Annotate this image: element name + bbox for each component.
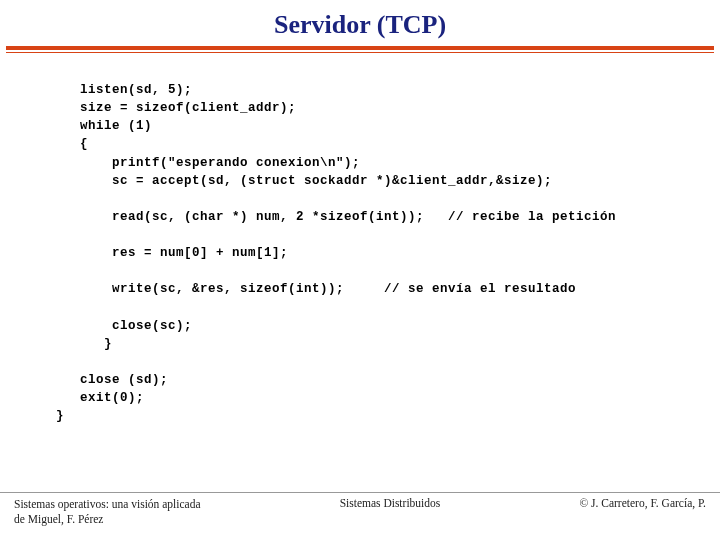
title-rule-thin — [6, 52, 714, 53]
footer: Sistemas operativos: una visión aplicada… — [0, 492, 720, 526]
footer-left-line2: de Miguel, F. Pérez — [14, 513, 103, 525]
footer-inner: Sistemas operativos: una visión aplicada… — [0, 497, 720, 526]
footer-center: Sistemas Distribuidos — [340, 497, 441, 509]
footer-left: Sistemas operativos: una visión aplicada… — [14, 497, 201, 526]
footer-right: © J. Carretero, F. García, P. — [579, 497, 706, 509]
code-block: listen(sd, 5); size = sizeof(client_addr… — [56, 81, 720, 425]
title-rule-thick — [6, 46, 714, 50]
slide-title: Servidor (TCP) — [0, 0, 720, 46]
slide: Servidor (TCP) listen(sd, 5); size = siz… — [0, 0, 720, 540]
footer-left-line1: Sistemas operativos: una visión aplicada — [14, 498, 201, 510]
